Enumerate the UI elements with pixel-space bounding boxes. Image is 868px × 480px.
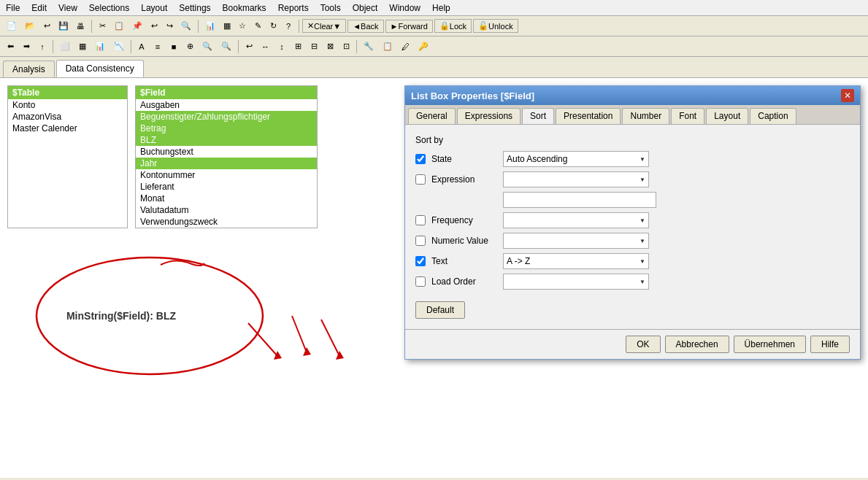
tb2-btn20[interactable]: ⊡ bbox=[339, 39, 353, 53]
list-item-selected[interactable]: Betrag bbox=[136, 123, 317, 134]
expression-dropdown[interactable]: ▼ bbox=[503, 171, 649, 187]
list-item-selected[interactable]: Jahr bbox=[136, 158, 317, 169]
tab-data-consistency[interactable]: Data Consistency bbox=[56, 60, 144, 77]
paste-btn[interactable]: 📌 bbox=[128, 19, 146, 33]
print-btn[interactable]: 🖶 bbox=[73, 20, 88, 33]
frequency-dropdown[interactable]: ▼ bbox=[503, 212, 649, 228]
dialog-tab-sort[interactable]: Sort bbox=[522, 108, 554, 124]
dialog-tab-presentation[interactable]: Presentation bbox=[556, 108, 621, 124]
tb2-btn11[interactable]: ⊕ bbox=[183, 39, 197, 53]
text-dropdown[interactable]: A -> Z ▼ bbox=[503, 253, 649, 269]
unlock-btn[interactable]: 🔓 Unlock bbox=[473, 19, 518, 33]
open-btn[interactable]: 📂 bbox=[21, 19, 39, 33]
reload-btn[interactable]: ↻ bbox=[266, 19, 280, 33]
redo-btn[interactable]: ↪ bbox=[162, 19, 177, 33]
tb2-btn5[interactable]: ▦ bbox=[75, 39, 90, 53]
menu-view[interactable]: View bbox=[53, 1, 83, 15]
tb2-btn24[interactable]: 🔑 bbox=[415, 39, 432, 53]
numeric-checkbox[interactable] bbox=[415, 236, 426, 246]
tb2-btn10[interactable]: ■ bbox=[166, 40, 181, 53]
find-btn[interactable]: 🔍 bbox=[177, 19, 195, 33]
dialog-tab-general[interactable]: General bbox=[408, 108, 456, 124]
list-item[interactable]: Valutadatum bbox=[136, 204, 317, 216]
tb2-btn8[interactable]: A bbox=[134, 40, 149, 53]
save-btn[interactable]: 💾 bbox=[55, 19, 72, 33]
state-checkbox[interactable] bbox=[415, 154, 426, 164]
tb2-btn3[interactable]: ↑ bbox=[35, 40, 50, 53]
list-item-selected[interactable]: Beguenstigter/Zahlungspflichtiger bbox=[136, 111, 317, 123]
tb2-btn13[interactable]: 🔍 bbox=[218, 39, 235, 53]
cut-btn[interactable]: ✂ bbox=[95, 19, 110, 33]
list-item[interactable]: AmazonVisa bbox=[8, 111, 127, 123]
tb2-btn18[interactable]: ⊟ bbox=[307, 39, 321, 53]
list-item[interactable]: Verwendungszweck bbox=[136, 216, 317, 228]
dialog-tab-font[interactable]: Font bbox=[671, 108, 704, 124]
tb2-btn12[interactable]: 🔍 bbox=[199, 39, 216, 53]
menu-selections[interactable]: Selections bbox=[83, 1, 135, 15]
back-btn[interactable]: ◄ Back bbox=[347, 20, 383, 33]
dialog-tab-caption[interactable]: Caption bbox=[750, 108, 796, 124]
dialog-tab-number[interactable]: Number bbox=[622, 108, 669, 124]
list-item[interactable]: Lieferant bbox=[136, 181, 317, 193]
tb2-btn1[interactable]: ⬅ bbox=[3, 39, 18, 53]
tb2-btn23[interactable]: 🖊 bbox=[398, 40, 413, 53]
cancel-btn[interactable]: Abbrechen bbox=[665, 336, 729, 353]
menu-edit[interactable]: Edit bbox=[26, 1, 53, 15]
menu-tools[interactable]: Tools bbox=[315, 1, 347, 15]
table-btn[interactable]: ▦ bbox=[220, 19, 234, 33]
state-dropdown[interactable]: Auto Ascending ▼ bbox=[503, 151, 649, 167]
list-item[interactable]: Konto bbox=[8, 99, 127, 111]
list-item[interactable]: Monat bbox=[136, 193, 317, 204]
list-item[interactable]: Master Calender bbox=[8, 123, 127, 134]
list-item[interactable]: Kontonummer bbox=[136, 169, 317, 181]
apply-btn[interactable]: Übernehmen bbox=[734, 336, 806, 353]
tb2-btn6[interactable]: 📊 bbox=[91, 39, 109, 53]
frequency-checkbox[interactable] bbox=[415, 215, 426, 225]
edit-btn[interactable]: ✎ bbox=[250, 19, 265, 33]
menu-layout[interactable]: Layout bbox=[135, 1, 173, 15]
expression-input[interactable] bbox=[503, 192, 656, 208]
help-dialog-btn[interactable]: Hilfe bbox=[810, 336, 850, 353]
lock-btn[interactable]: 🔒 Lock bbox=[434, 19, 472, 33]
new-btn[interactable]: 📄 bbox=[3, 19, 20, 33]
clear-btn[interactable]: ✕ Clear ▼ bbox=[302, 19, 346, 33]
copy-btn[interactable]: 📋 bbox=[110, 19, 128, 33]
menu-settings[interactable]: Settings bbox=[173, 1, 216, 15]
tb2-btn9[interactable]: ≡ bbox=[150, 40, 165, 53]
default-btn[interactable]: Default bbox=[415, 301, 465, 319]
list-item[interactable]: Ausgaben bbox=[136, 99, 317, 111]
menu-object[interactable]: Object bbox=[347, 1, 384, 15]
load-order-dropdown[interactable]: ▼ bbox=[503, 274, 649, 290]
menu-help[interactable]: Help bbox=[426, 1, 456, 15]
tb2-btn22[interactable]: 📋 bbox=[379, 39, 396, 53]
tb2-btn17[interactable]: ⊞ bbox=[291, 39, 305, 53]
menu-window[interactable]: Window bbox=[383, 1, 426, 15]
tb2-btn19[interactable]: ⊠ bbox=[323, 39, 337, 53]
list-item[interactable]: Buchungstext bbox=[136, 146, 317, 158]
chart-btn[interactable]: 📊 bbox=[201, 19, 219, 33]
dialog-close-btn[interactable]: ✕ bbox=[841, 89, 854, 102]
tb2-btn15[interactable]: ↔ bbox=[258, 40, 273, 53]
add-btn[interactable]: ☆ bbox=[235, 19, 250, 33]
tab-analysis[interactable]: Analysis bbox=[3, 61, 55, 77]
menu-file[interactable]: File bbox=[0, 1, 26, 15]
tb2-btn2[interactable]: ➡ bbox=[19, 39, 34, 53]
menu-reports[interactable]: Reports bbox=[272, 1, 315, 15]
tb2-btn16[interactable]: ↕ bbox=[274, 40, 289, 53]
ok-btn[interactable]: OK bbox=[626, 336, 660, 353]
text-checkbox[interactable] bbox=[415, 256, 426, 266]
expression-checkbox[interactable] bbox=[415, 174, 426, 185]
undo2-btn[interactable]: ↩ bbox=[147, 19, 161, 33]
list-item-selected[interactable]: BLZ bbox=[136, 134, 317, 146]
help-btn[interactable]: ? bbox=[281, 20, 296, 33]
forward-btn[interactable]: ► Forward bbox=[385, 20, 433, 33]
dialog-tab-expressions[interactable]: Expressions bbox=[457, 108, 521, 124]
numeric-dropdown[interactable]: ▼ bbox=[503, 233, 649, 249]
tb2-btn4[interactable]: ⬜ bbox=[56, 39, 74, 53]
dialog-tab-layout[interactable]: Layout bbox=[706, 108, 748, 124]
menu-bookmarks[interactable]: Bookmarks bbox=[217, 1, 272, 15]
load-order-checkbox[interactable] bbox=[415, 276, 426, 287]
undo-btn[interactable]: ↩ bbox=[39, 19, 54, 33]
tb2-btn7[interactable]: 📉 bbox=[110, 39, 128, 53]
tb2-btn21[interactable]: 🔧 bbox=[360, 39, 377, 53]
